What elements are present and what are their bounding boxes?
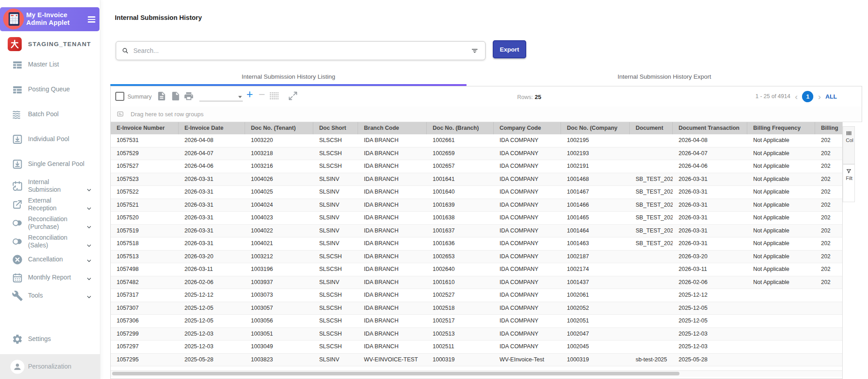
table-row[interactable]: 10575292026-04-071003218SLSCSHIDA BRANCH… bbox=[111, 147, 842, 161]
column-header-e-invoice-date[interactable]: E-Invoice Date bbox=[179, 122, 245, 134]
sidebar-item-internal-submission[interactable]: InternalSubmission bbox=[0, 176, 100, 195]
sidebar-item-monthly-report[interactable]: Monthly Report bbox=[0, 269, 100, 287]
table-row[interactable]: 10572972025-12-031003049SLSCSHIDA BRANCH… bbox=[111, 341, 842, 354]
zoom-out-icon[interactable]: − bbox=[259, 88, 265, 101]
table-row[interactable]: 10575182026-03-311004021SLSINVIDA BRANCH… bbox=[111, 237, 842, 251]
table-row[interactable]: 10575312026-04-081003220SLSCSHIDA BRANCH… bbox=[111, 134, 842, 147]
printer-icon[interactable] bbox=[184, 91, 194, 101]
table-row[interactable]: 10573072025-12-051003057SLSCSHIDA BRANCH… bbox=[111, 302, 842, 315]
table-cell: 1002659 bbox=[427, 147, 494, 160]
filters-panel-tab[interactable]: Filt bbox=[843, 164, 855, 202]
table-row[interactable]: 10575212026-03-311004024SLSINVIDA BRANCH… bbox=[111, 199, 842, 212]
table-row[interactable]: 10574982026-03-111003196SLSCSHIDA BRANCH… bbox=[111, 263, 842, 276]
column-header-e-invoice-number[interactable]: E-Invoice Number bbox=[111, 122, 179, 134]
horizontal-scrollbar[interactable] bbox=[111, 370, 842, 377]
grid-dots-icon[interactable] bbox=[269, 92, 279, 100]
table-cell: 1001468 bbox=[561, 173, 630, 186]
table-cell: 2025-12-03 bbox=[179, 328, 245, 341]
chevron-right-icon[interactable]: › bbox=[818, 92, 821, 101]
table-cell: 202 bbox=[815, 199, 842, 212]
table-row[interactable]: 10573172025-12-121003073SLSCSHIDA BRANCH… bbox=[111, 289, 842, 302]
expand-icon[interactable] bbox=[288, 91, 298, 101]
sidebar-item-personalization[interactable]: Personalization bbox=[0, 354, 100, 379]
table-cell: 1003073 bbox=[245, 289, 313, 302]
table-cell: IDA BRANCH bbox=[358, 302, 427, 315]
column-header-company-code[interactable]: Company Code bbox=[494, 122, 561, 134]
table-row[interactable]: 10575132026-03-201003212SLSCSHIDA BRANCH… bbox=[111, 251, 842, 264]
table-cell: IDA COMPANY bbox=[494, 237, 561, 250]
sidebar-item-label: Single General Pool bbox=[28, 160, 85, 168]
cancel-circle-icon bbox=[12, 254, 23, 265]
column-header-document[interactable]: Document bbox=[630, 122, 673, 134]
column-header-doc-short[interactable]: Doc Short bbox=[313, 122, 358, 134]
funnel-icon bbox=[846, 168, 852, 174]
chevron-down-icon bbox=[86, 258, 92, 264]
sidebar-item-external-reception[interactable]: ExternalReception bbox=[0, 195, 100, 213]
table-row[interactable]: 10575222026-03-311004025SLSINVIDA BRANCH… bbox=[111, 186, 842, 199]
table-row[interactable]: 10575202026-03-311004023SLSINVIDA BRANCH… bbox=[111, 212, 842, 225]
all-pages-button[interactable]: ALL bbox=[826, 93, 837, 100]
column-header-document-transaction[interactable]: Document Transaction bbox=[673, 122, 747, 134]
table-cell: Not Applicable bbox=[747, 263, 815, 276]
column-header-branch-code[interactable]: Branch Code bbox=[358, 122, 427, 134]
sidebar-item-reconciliation-purchase[interactable]: Reconciliation(Purchase) bbox=[0, 213, 100, 232]
table-row[interactable]: 10575192026-03-311004022SLSINVIDA BRANCH… bbox=[111, 225, 842, 238]
sidebar-item-master-list[interactable]: Master List bbox=[0, 52, 100, 77]
table-row[interactable]: 10572952025-05-281003823SLSINVWV-EINVOIC… bbox=[111, 354, 842, 367]
table-cell: IDA COMPANY bbox=[494, 199, 561, 212]
table-row[interactable]: 10575272026-04-061003216SLSCSHIDA BRANCH… bbox=[111, 160, 842, 173]
menu-toggle-button[interactable] bbox=[88, 16, 95, 24]
table-cell: 2026-03-31 bbox=[179, 186, 245, 199]
page-size-select[interactable] bbox=[199, 93, 243, 101]
export-button[interactable]: Export bbox=[493, 40, 526, 58]
table-row[interactable]: 10573062025-12-051003056SLSCSHIDA BRANCH… bbox=[111, 315, 842, 328]
current-page-button[interactable]: 1 bbox=[802, 91, 813, 102]
main-content: Internal Submission History Export Inter… bbox=[100, 0, 868, 379]
scrollbar-thumb[interactable] bbox=[112, 372, 679, 375]
sidebar-item-single-general-pool[interactable]: Single General Pool bbox=[0, 152, 100, 176]
table-cell: 1057295 bbox=[111, 354, 179, 366]
columns-icon bbox=[846, 130, 852, 136]
column-header-billing[interactable]: Billing bbox=[815, 122, 842, 134]
sidebar-item-label: Monthly Report bbox=[28, 274, 71, 282]
table-row[interactable]: 10572992025-12-031003051SLSCSHIDA BRANCH… bbox=[111, 328, 842, 341]
table-cell: 2026-03-31 bbox=[179, 212, 245, 224]
sidebar-item-settings[interactable]: Settings bbox=[0, 329, 100, 349]
table-cell: 1003220 bbox=[245, 134, 313, 147]
sidebar-item-tools[interactable]: Tools bbox=[0, 287, 100, 305]
file-blank-icon[interactable] bbox=[170, 91, 181, 101]
filter-lines-icon[interactable] bbox=[471, 47, 479, 55]
sidebar-item-cancellation[interactable]: Cancellation bbox=[0, 251, 100, 269]
column-header-billing-frequency[interactable]: Billing Frequency bbox=[747, 122, 815, 134]
row-group-drop-zone[interactable]: Drag here to set row groups bbox=[111, 106, 862, 122]
column-header-doc-no-branch[interactable]: Doc No. (Branch) bbox=[427, 122, 494, 134]
column-header-doc-no-tenant[interactable]: Doc No. (Tenant) bbox=[245, 122, 313, 134]
columns-panel-tab[interactable]: Col bbox=[843, 126, 855, 164]
summary-checkbox[interactable] bbox=[115, 92, 124, 101]
tab-internal-submission-history-export[interactable]: Internal Submission History Export bbox=[467, 69, 862, 84]
search-input[interactable] bbox=[132, 47, 471, 55]
chevron-down-icon bbox=[238, 96, 242, 98]
sidebar-item-batch-pool[interactable]: Batch Pool bbox=[0, 102, 100, 127]
chevron-down-icon bbox=[86, 205, 92, 212]
table-cell: 2026-03-31 bbox=[673, 199, 747, 212]
sidebar-item-individual-pool[interactable]: Individual Pool bbox=[0, 127, 100, 152]
table-cell bbox=[747, 302, 815, 315]
table-cell: SLSCSH bbox=[313, 289, 358, 302]
tab-internal-submission-history-listing[interactable]: Internal Submission History Listing bbox=[110, 69, 467, 84]
app-title-line2: Admin Applet bbox=[26, 19, 70, 27]
table-row[interactable]: 10575232026-03-311004026SLSINVIDA BRANCH… bbox=[111, 173, 842, 186]
sidebar-item-reconciliation-sales[interactable]: Reconciliation(Sales) bbox=[0, 232, 100, 251]
zoom-in-icon[interactable]: + bbox=[246, 88, 253, 101]
table-cell: 2026-03-31 bbox=[179, 173, 245, 186]
file-text-icon[interactable] bbox=[156, 91, 167, 101]
table-cell: IDA BRANCH bbox=[358, 341, 427, 353]
chevron-left-icon[interactable]: ‹ bbox=[795, 92, 797, 101]
table-cell: 1002527 bbox=[427, 289, 494, 302]
sidebar-item-posting-queue[interactable]: Posting Queue bbox=[0, 77, 100, 102]
chevron-down-icon bbox=[86, 294, 92, 300]
column-header-doc-no-company[interactable]: Doc No. (Company bbox=[561, 122, 630, 134]
table-cell: SLSCSH bbox=[313, 251, 358, 263]
table-row[interactable]: 10574822026-02-061003937SLSINVIDA BRANCH… bbox=[111, 276, 842, 289]
table-cell: IDA BRANCH bbox=[358, 147, 427, 160]
